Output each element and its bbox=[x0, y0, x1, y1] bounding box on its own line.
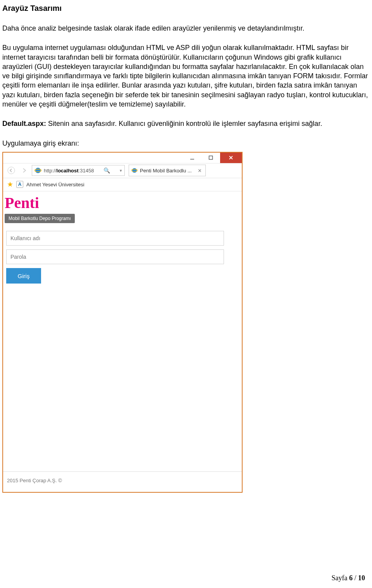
page-current: 6 bbox=[349, 574, 353, 582]
username-input[interactable] bbox=[6, 231, 224, 246]
dropdown-icon[interactable]: ▾ bbox=[120, 168, 122, 174]
minimize-icon bbox=[190, 155, 195, 160]
address-bar-row: http://localhost:31458 🔍 ▾ Penti Mobil B… bbox=[3, 163, 242, 178]
favorite-site-icon: A bbox=[16, 181, 23, 188]
page-total: 10 bbox=[358, 574, 365, 582]
window-titlebar bbox=[3, 153, 242, 163]
url-host: localhost bbox=[57, 168, 79, 174]
window-close-button[interactable] bbox=[220, 153, 242, 163]
paragraph-intro: Daha önce analiz belgesinde taslak olara… bbox=[2, 24, 370, 33]
maximize-icon bbox=[208, 155, 213, 160]
brand-logo: Penti bbox=[5, 195, 242, 211]
svg-point-5 bbox=[35, 168, 41, 173]
brand-subtitle: Mobil Barkotlu Depo Programı bbox=[5, 214, 75, 223]
tab-favicon-icon bbox=[131, 167, 138, 174]
brand-header: Penti Mobil Barkotlu Depo Programı bbox=[3, 191, 242, 223]
favorites-star-icon[interactable]: ★ bbox=[7, 180, 13, 189]
login-page-footer: 2015 Penti Çorap A.Ş. © bbox=[3, 471, 242, 492]
svg-rect-1 bbox=[209, 156, 213, 160]
paragraph-default-aspx: Default.aspx: Sitenin ana sayfasıdır. Ku… bbox=[2, 119, 370, 128]
section-heading: Arayüz Tasarımı bbox=[2, 3, 370, 14]
browser-tab[interactable]: Penti Mobil Barkodlu ... × bbox=[129, 165, 206, 176]
close-icon bbox=[229, 155, 233, 160]
nav-back-button[interactable] bbox=[5, 165, 17, 176]
login-form: Giriş bbox=[3, 223, 228, 284]
arrow-right-icon bbox=[21, 167, 28, 174]
address-text: http://localhost:31458 bbox=[44, 167, 94, 174]
url-suffix: :31458 bbox=[79, 168, 94, 174]
page-label: Sayfa bbox=[332, 574, 349, 582]
password-input[interactable] bbox=[6, 249, 224, 264]
tab-close-icon[interactable]: × bbox=[198, 167, 202, 175]
window-minimize-button[interactable] bbox=[183, 153, 202, 163]
ie-logo-icon bbox=[34, 167, 41, 174]
page-sep: / bbox=[353, 574, 358, 582]
address-bar[interactable]: http://localhost:31458 🔍 ▾ bbox=[32, 165, 125, 176]
svg-point-4 bbox=[8, 167, 15, 174]
page-number: Sayfa 6 / 10 bbox=[332, 573, 365, 583]
nav-forward-button[interactable] bbox=[19, 165, 30, 176]
tab-title: Penti Mobil Barkodlu ... bbox=[140, 167, 192, 174]
default-aspx-text: Sitenin ana sayfasıdır. Kullanıcı güvenl… bbox=[48, 120, 322, 127]
url-prefix: http:// bbox=[44, 168, 57, 174]
favorites-bar: ★ A Ahmet Yesevi Üniversitesi bbox=[3, 178, 242, 191]
arrow-left-icon bbox=[7, 167, 15, 174]
login-screen-caption: Uygulamaya giriş ekranı: bbox=[2, 139, 370, 148]
favorite-link[interactable]: Ahmet Yesevi Üniversitesi bbox=[26, 181, 84, 188]
browser-window: http://localhost:31458 🔍 ▾ Penti Mobil B… bbox=[2, 152, 243, 493]
page-content: Penti Mobil Barkotlu Depo Programı Giriş… bbox=[3, 191, 242, 492]
paragraph-body: Bu uygulama internet uygulaması olduğund… bbox=[2, 43, 370, 109]
default-aspx-label: Default.aspx: bbox=[2, 120, 48, 127]
window-maximize-button[interactable] bbox=[202, 153, 220, 163]
svg-point-7 bbox=[132, 168, 137, 173]
login-button[interactable]: Giriş bbox=[6, 268, 41, 284]
search-icon[interactable]: 🔍 bbox=[103, 167, 110, 174]
